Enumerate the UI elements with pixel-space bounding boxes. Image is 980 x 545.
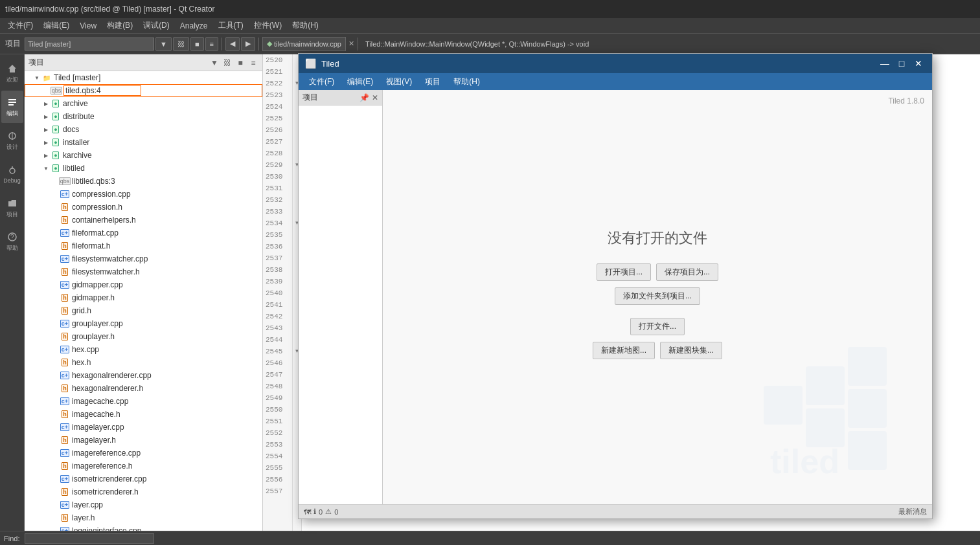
tree-item-tiled-qbs[interactable]: qbs xyxy=(25,84,262,97)
tiled-menu-project[interactable]: 项目 xyxy=(418,75,447,89)
tree-item-imagecache-cpp[interactable]: c+ imagecache.cpp xyxy=(25,395,262,408)
toolbar-forward-btn[interactable]: ▶ xyxy=(241,37,255,51)
tree-item-archive[interactable]: ▶ ● archive xyxy=(25,97,262,110)
tiled-new-map-btn[interactable]: 新建新地图... xyxy=(593,342,655,359)
tiled-menu-help[interactable]: 帮助(H) xyxy=(447,75,486,89)
tiled-new-tileset-btn[interactable]: 新建图块集... xyxy=(660,342,722,359)
menu-tools[interactable]: 工具(T) xyxy=(213,19,249,32)
tree-installer-label: installer xyxy=(63,138,89,147)
left-sidebar: 欢迎 编辑 设计 Debug 项目 ? xyxy=(0,54,25,531)
tree-fileformat-h-label: fileformat.h xyxy=(72,241,110,250)
tree-item-hexrend-cpp[interactable]: c+ hexagonalrenderer.cpp xyxy=(25,369,262,382)
toolbar-back-btn[interactable]: ◀ xyxy=(225,37,240,51)
tree-item-logging-cpp[interactable]: c+ logginginterface.cpp xyxy=(25,524,262,531)
tree-item-imagelayer-h[interactable]: h imagelayer.h xyxy=(25,434,262,447)
tree-item-imageref-cpp[interactable]: c+ imagereference.cpp xyxy=(25,447,262,460)
tiled-menu-edit[interactable]: 编辑(E) xyxy=(341,75,380,89)
tree-item-docs[interactable]: ▶ ● docs xyxy=(25,123,262,136)
sidebar-welcome-btn[interactable]: 欢迎 xyxy=(1,57,23,89)
tree-item-fileformat-h[interactable]: h fileformat.h xyxy=(25,239,262,252)
tree-root-icon: 📁 xyxy=(41,72,52,83)
toolbar-collapse-btn[interactable]: ≡ xyxy=(205,37,218,51)
toolbar-filter-btn[interactable]: ▼ xyxy=(155,37,172,51)
tree-item-libtiled[interactable]: ▼ ● libtiled xyxy=(25,162,262,175)
sidebar-design-btn[interactable]: 设计 xyxy=(1,124,23,157)
tree-filesystemwatcher-cpp-icon: c+ xyxy=(60,254,70,264)
tree-item-containerhelpers-h[interactable]: h containerhelpers.h xyxy=(25,214,262,227)
tree-installer-arrow: ▶ xyxy=(41,140,51,146)
menu-debug[interactable]: 调试(D) xyxy=(138,19,175,32)
project-filter-icon[interactable]: ▼ xyxy=(209,58,220,68)
tiled-menu-file[interactable]: 文件(F) xyxy=(302,75,341,89)
project-link-icon[interactable]: ⛓ xyxy=(222,58,233,68)
tiled-open-project-btn[interactable]: 打开项目... xyxy=(597,263,651,281)
find-input[interactable] xyxy=(25,533,154,544)
sidebar-project-btn[interactable]: 项目 xyxy=(1,192,23,224)
svg-rect-12 xyxy=(848,347,887,386)
tree-item-layer-cpp[interactable]: c+ layer.cpp xyxy=(25,498,262,511)
project-selector[interactable]: Tiled [master] xyxy=(25,38,154,50)
tiled-open-file-btn[interactable]: 打开文件... xyxy=(630,318,685,335)
tiled-close-btn[interactable]: ✕ xyxy=(911,56,926,71)
tree-item-grouplayer-h[interactable]: h grouplayer.h xyxy=(25,330,262,343)
tree-item-rename-input[interactable] xyxy=(63,85,141,96)
svg-text:?: ? xyxy=(10,234,14,241)
toolbar-lock-btn[interactable]: ■ xyxy=(190,37,204,51)
tree-item-compression-cpp[interactable]: c+ compression.cpp xyxy=(25,188,262,201)
tree-item-isorend-h[interactable]: h isometricrenderer.h xyxy=(25,485,262,498)
tree-item-fileformat-cpp[interactable]: c+ fileformat.cpp xyxy=(25,227,262,239)
tree-item-hexrend-h[interactable]: h hexagonalrenderer.h xyxy=(25,382,262,395)
tree-item-hex-h[interactable]: h hex.h xyxy=(25,356,262,369)
tab-close-btn[interactable]: ✕ xyxy=(348,39,354,48)
file-tab[interactable]: ◆ tiled/mainwindow.cpp xyxy=(262,37,346,51)
tree-installer-icon: ● xyxy=(51,137,61,148)
sidebar-debug-btn[interactable]: Debug xyxy=(1,158,23,190)
tiled-menu-view[interactable]: 视图(V) xyxy=(380,75,418,89)
menu-file[interactable]: 文件(F) xyxy=(3,19,38,32)
tree-root[interactable]: ▼ 📁 Tiled [master] xyxy=(25,71,262,84)
tree-item-imagecache-h[interactable]: h imagecache.h xyxy=(25,408,262,421)
menu-build[interactable]: 构建(B) xyxy=(102,19,138,32)
tree-layer-cpp-label: layer.cpp xyxy=(72,500,103,509)
menu-help[interactable]: 帮助(H) xyxy=(287,19,324,32)
tree-gidmapper-cpp-label: gidmapper.cpp xyxy=(72,280,123,289)
tiled-add-folder-btn[interactable]: 添加文件夹到项目... xyxy=(615,287,700,305)
menu-controls[interactable]: 控件(W) xyxy=(249,19,287,32)
project-pin-icon[interactable]: ■ xyxy=(235,58,245,68)
tree-item-gidmapper-cpp[interactable]: c+ gidmapper.cpp xyxy=(25,278,262,291)
tree-item-filesystemwatcher-cpp[interactable]: c+ filesystemwatcher.cpp xyxy=(25,252,262,265)
tree-item-grouplayer-cpp[interactable]: c+ grouplayer.cpp xyxy=(25,317,262,330)
tree-archive-folder-icon: ● xyxy=(51,98,61,109)
svg-rect-11 xyxy=(806,366,845,405)
tree-item-imageref-h[interactable]: h imagereference.h xyxy=(25,460,262,473)
project-collapse-icon[interactable]: ≡ xyxy=(248,58,258,68)
help-label: 帮助 xyxy=(6,244,18,252)
tiled-save-project-btn[interactable]: 保存项目为... xyxy=(656,263,718,281)
tree-item-grid-h[interactable]: h grid.h xyxy=(25,304,262,317)
tree-item-installer[interactable]: ▶ ● installer xyxy=(25,136,262,149)
tree-item-distribute[interactable]: ▶ ● distribute xyxy=(25,110,262,123)
tree-item-libtiled-qbs[interactable]: qbs libtiled.qbs:3 xyxy=(25,175,262,188)
tiled-minimize-btn[interactable]: — xyxy=(878,56,892,71)
menu-view[interactable]: View xyxy=(74,20,102,32)
menu-analyze[interactable]: Analyze xyxy=(175,20,213,32)
menu-edit[interactable]: 编辑(E) xyxy=(38,19,74,32)
tree-item-compression-h[interactable]: h compression.h xyxy=(25,201,262,214)
sidebar-help-btn[interactable]: ? 帮助 xyxy=(1,225,23,258)
svg-rect-1 xyxy=(8,99,16,100)
tree-item-filesystemwatcher-h[interactable]: h filesystemwatcher.h xyxy=(25,265,262,278)
tree-qbs-icon: qbs xyxy=(51,85,62,96)
tiled-project-pin-icon[interactable]: 📌 xyxy=(359,93,369,102)
tree-item-gidmapper-h[interactable]: h gidmapper.h xyxy=(25,291,262,304)
sidebar-edit-btn[interactable]: 编辑 xyxy=(1,91,23,123)
tree-item-imagelayer-cpp[interactable]: c+ imagelayer.cpp xyxy=(25,421,262,434)
tree-item-hex-cpp[interactable]: c+ hex.cpp xyxy=(25,343,262,356)
toolbar-link-btn[interactable]: ⛓ xyxy=(173,37,189,51)
tree-item-karchive[interactable]: ▶ ● karchive xyxy=(25,149,262,162)
tree-item-isorend-cpp[interactable]: c+ isometricrenderer.cpp xyxy=(25,473,262,485)
tree-isorend-h-icon: h xyxy=(60,487,70,497)
tree-item-layer-h[interactable]: h layer.h xyxy=(25,511,262,524)
tiled-maximize-btn[interactable]: □ xyxy=(895,56,909,71)
tree-layer-cpp-icon: c+ xyxy=(60,500,70,510)
tiled-project-close-icon[interactable]: ✕ xyxy=(372,93,378,102)
